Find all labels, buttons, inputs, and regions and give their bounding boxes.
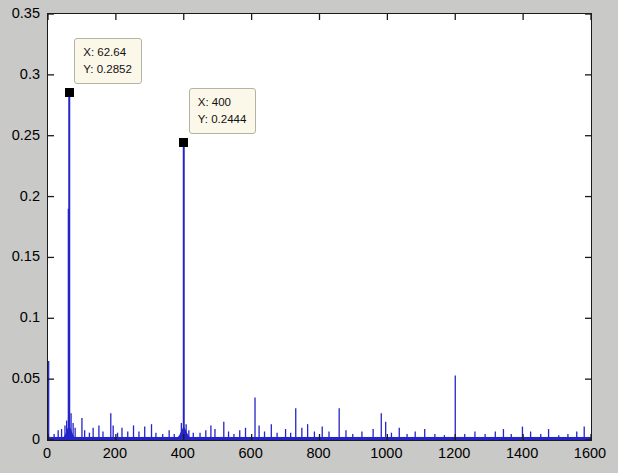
y-tick-label: 0.25: [0, 128, 40, 143]
y-tick-label: 0.2: [0, 189, 40, 204]
y-tick-label: 0.35: [0, 6, 40, 21]
datatip-peak2[interactable]: X: 400 Y: 0.2444: [189, 88, 257, 135]
x-tick-label: 1200: [424, 446, 484, 461]
datatip-marker-peak1[interactable]: [65, 88, 74, 97]
datatip-y-value: Y: 0.2444: [198, 111, 247, 128]
y-tick-label: 0.05: [0, 371, 40, 386]
x-tick-label: 1400: [492, 446, 552, 461]
plot-area[interactable]: X: 62.64 Y: 0.2852 X: 400 Y: 0.2444: [47, 13, 592, 441]
x-tick-label: 400: [153, 446, 213, 461]
x-tick-label: 1000: [356, 446, 416, 461]
y-tick-label: 0: [0, 432, 40, 447]
y-tick-label: 0.3: [0, 67, 40, 82]
datatip-y-value: Y: 0.2852: [83, 61, 132, 78]
x-tick-label: 600: [221, 446, 281, 461]
datatip-marker-peak2[interactable]: [179, 138, 188, 147]
x-tick-label: 0: [17, 446, 77, 461]
x-tick-label: 200: [85, 446, 145, 461]
x-tick-label: 800: [289, 446, 349, 461]
datatip-x-value: X: 62.64: [83, 44, 132, 61]
x-tick-label: 1600: [560, 446, 618, 461]
datatip-peak1[interactable]: X: 62.64 Y: 0.2852: [74, 38, 142, 85]
matlab-figure: X: 62.64 Y: 0.2852 X: 400 Y: 0.2444 00.0…: [0, 0, 618, 473]
y-tick-label: 0.1: [0, 310, 40, 325]
datatip-x-value: X: 400: [198, 94, 247, 111]
y-tick-label: 0.15: [0, 249, 40, 264]
